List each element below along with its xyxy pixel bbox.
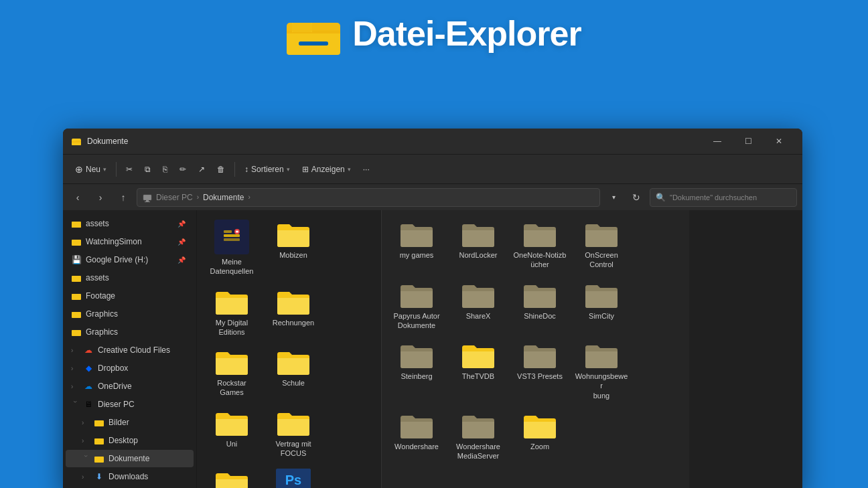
folder-icon	[584, 220, 619, 248]
folder-label: ShareX	[466, 311, 491, 321]
more-button[interactable]: ···	[358, 159, 375, 180]
folder-uni[interactable]: Uni	[202, 404, 261, 463]
svg-rect-20	[72, 294, 76, 296]
sidebar-item-onedrive[interactable]: › ☁ OneDrive	[66, 378, 194, 395]
sidebar-item-bilder[interactable]: › Bilder	[66, 414, 194, 431]
folder-shinedoc[interactable]: ShineDoc	[510, 276, 569, 335]
folder-icon	[71, 272, 82, 283]
folder-icon	[71, 291, 82, 301]
refresh-button[interactable]: ↻	[627, 188, 646, 207]
sort-button[interactable]: ↕ Sortieren ▾	[239, 159, 295, 180]
pin-icon: 📌	[177, 256, 186, 264]
search-placeholder: "Dokumente" durchsuchen	[670, 193, 757, 201]
path-bar[interactable]: Dieser PC › Dokumente ›	[137, 188, 600, 207]
dropdown-button[interactable]: ▾	[604, 188, 623, 207]
sidebar-item-label: Dieser PC	[98, 400, 186, 409]
new-button[interactable]: ⊕ Neu ▾	[70, 159, 112, 180]
search-box[interactable]: 🔍 "Dokumente" durchsuchen	[650, 188, 797, 207]
sidebar-item-label: Dropbox	[98, 363, 186, 373]
sidebar-item-graphics-2[interactable]: Graphics	[66, 323, 194, 341]
rename-icon: ✏	[179, 165, 186, 174]
svg-rect-5	[299, 42, 328, 46]
sidebar-item-label: Creative Cloud Files	[98, 345, 186, 355]
sidebar-item-label: Desktop	[108, 436, 186, 445]
folder-my-digital-editions[interactable]: My DigitalEditions	[202, 283, 261, 341]
folder-icon	[214, 287, 249, 315]
address-bar: ‹ › ↑ Dieser PC › Dokumente › ▾ ↻ 🔍 "Dok…	[63, 183, 802, 210]
folder-icon	[461, 411, 496, 439]
sidebar-item-assets-1[interactable]: assets 📌	[66, 215, 194, 232]
folder-onenote[interactable]: OneNote-Notizbücher	[510, 216, 569, 274]
folder-papyrus[interactable]: Papyrus AutorDokumente	[387, 276, 446, 335]
folder-label: Schule	[282, 378, 305, 388]
folder-wondershare-media[interactable]: WondershareMediaServer	[449, 407, 508, 465]
forward-button[interactable]: ›	[91, 188, 110, 207]
share-button[interactable]: ↗	[193, 159, 210, 180]
folder-sharex[interactable]: ShareX	[449, 276, 508, 335]
cut-button[interactable]: ✂	[121, 159, 138, 180]
folder-nordlocker[interactable]: NordLocker	[449, 216, 508, 274]
folder-thetvdb[interactable]: TheTVDB	[449, 337, 508, 404]
sidebar-item-dropbox[interactable]: › ◆ Dropbox	[66, 359, 194, 377]
sidebar-item-downloads[interactable]: › ⬇ Downloads	[66, 468, 194, 485]
banner-title: Datei-Explorer	[352, 13, 581, 54]
expand-icon: ›	[82, 419, 90, 426]
sidebar-item-assets-2[interactable]: assets	[66, 269, 194, 287]
sidebar-item-footage[interactable]: Footage	[66, 287, 194, 305]
close-button[interactable]: ✕	[764, 131, 794, 152]
folder-wondershare[interactable]: Wondershare	[387, 407, 446, 465]
sidebar-item-googledrive[interactable]: 💾 Google Drive (H:) 📌	[66, 251, 194, 268]
pin-icon: 📌	[177, 238, 186, 246]
folder-videocopilot[interactable]: VideoCopilot	[202, 465, 261, 488]
dropbox-icon: ◆	[83, 363, 94, 374]
folder-icon	[584, 280, 619, 309]
folder-vertrag-focus[interactable]: Vertrag mitFOCUS	[264, 404, 323, 463]
folder-rechnungen[interactable]: Rechnungen	[264, 283, 323, 341]
folder-simcity[interactable]: SimCity	[572, 276, 631, 335]
share-icon: ↗	[198, 165, 205, 174]
sidebar-item-dieser-pc[interactable]: › 🖥 Dieser PC	[66, 396, 194, 413]
folder-rockstar-games[interactable]: Rockstar Games	[202, 343, 261, 402]
toolbar-sep-1	[116, 162, 117, 177]
folder-schule[interactable]: Schule	[264, 343, 323, 402]
folder-mobizen[interactable]: Mobizen	[264, 216, 323, 280]
sidebar-item-watchingsimon[interactable]: WatchingSimon 📌	[66, 233, 194, 250]
up-button[interactable]: ↑	[114, 188, 133, 207]
svg-rect-33	[224, 238, 240, 241]
rename-button[interactable]: ✏	[174, 159, 192, 180]
sidebar-item-desktop[interactable]: › Desktop	[66, 432, 194, 449]
sidebar-item-graphics-1[interactable]: Graphics	[66, 305, 194, 323]
view-button[interactable]: ⊞ Anzeigen ▾	[297, 159, 356, 180]
sidebar-item-dokumente[interactable]: › Dokumente	[66, 450, 194, 467]
delete-button[interactable]: 🗑	[212, 159, 230, 180]
view-icon: ⊞	[302, 165, 309, 174]
svg-rect-34	[224, 230, 232, 233]
sidebar-item-label: assets	[86, 273, 186, 282]
folder-wohnungsbewerbung[interactable]: Wohnungsbewerbung	[572, 337, 631, 404]
folder-label: Mobizen	[279, 250, 307, 260]
minimize-button[interactable]: —	[702, 131, 733, 152]
back-button[interactable]: ‹	[68, 188, 87, 207]
folder-zoom[interactable]: Zoom	[510, 407, 569, 465]
folder-vst3-presets[interactable]: VST3 Presets	[510, 337, 569, 404]
folder-icon	[214, 408, 249, 436]
folder-label: VST3 Presets	[517, 372, 563, 381]
sidebar-item-creative-cloud[interactable]: › ☁ Creative Cloud Files	[66, 341, 194, 359]
folder-meine-datenquellen[interactable]: MeineDatenquellen	[202, 216, 261, 280]
datenquellen-icon	[214, 220, 249, 254]
folder-label: NordLocker	[459, 250, 498, 260]
view-label: Anzeigen	[311, 165, 345, 174]
folder-icon	[94, 417, 104, 428]
folder-my-games[interactable]: my games	[387, 216, 446, 274]
folder-icon	[71, 327, 82, 337]
folder-icon	[71, 309, 82, 319]
svg-rect-30	[95, 457, 98, 459]
copy-button[interactable]: ⧉	[139, 159, 156, 180]
sort-chevron: ▾	[287, 166, 290, 173]
paste-button[interactable]: ⎘	[157, 159, 173, 180]
folder-steinberg[interactable]: Steinberg	[387, 337, 446, 404]
file-adobemax[interactable]: Ps PSD AdobeMAX	[264, 465, 323, 488]
expand-icon: ›	[71, 347, 79, 354]
maximize-button[interactable]: ☐	[733, 131, 764, 152]
folder-onscreen[interactable]: OnScreenControl	[572, 216, 631, 274]
